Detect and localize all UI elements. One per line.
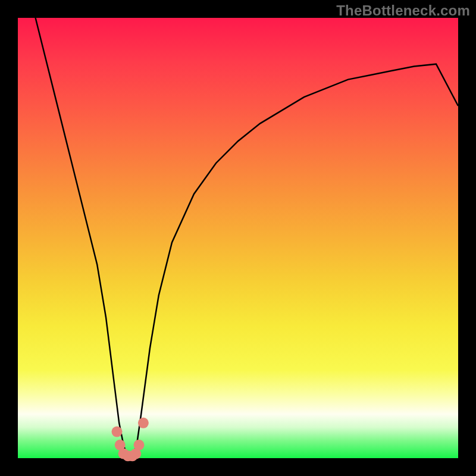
curve-marker (138, 418, 149, 428)
plot-area (18, 18, 458, 458)
chart-frame: TheBottleneck.com (0, 0, 476, 476)
curve-markers (112, 418, 149, 462)
watermark-text: TheBottleneck.com (336, 2, 470, 19)
curve-marker (134, 440, 145, 450)
bottleneck-curve (36, 18, 458, 458)
curve-marker (112, 427, 123, 437)
chart-svg (18, 18, 458, 458)
